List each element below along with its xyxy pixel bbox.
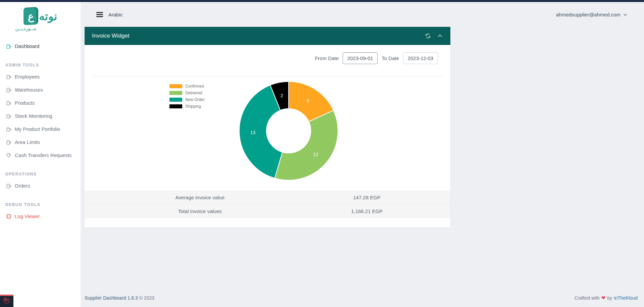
invoice-widget-body: From Date To Date ConfirmedDeliveredNew … [85, 45, 450, 227]
sidebar-nav: Dashboard ADMIN TOOLS Employees Warehous… [0, 38, 81, 223]
legend-item-confirmed[interactable]: Confirmed [169, 84, 205, 89]
legend-swatch [169, 84, 182, 88]
legend-label: New Order [185, 97, 205, 102]
main-area: Arabic ahmedsupplier@ahmed.com Invoice W… [81, 2, 644, 307]
logo-badge: ع [23, 7, 38, 25]
sidebar-item-my-product-portfolio[interactable]: My Product Portfolio [0, 122, 81, 136]
topbar: Arabic ahmedsupplier@ahmed.com [81, 2, 644, 27]
legend-label: Shipping [185, 104, 201, 109]
summary-table: Average invoice value 147.28 EGP Total i… [85, 191, 450, 218]
hamburger-menu-icon[interactable] [96, 12, 103, 17]
legend-swatch [169, 91, 182, 95]
mug-icon [6, 87, 11, 93]
mug-icon [6, 100, 11, 106]
sidebar-item-label: Orders [15, 183, 30, 189]
date-filter-row: From Date To Date [85, 45, 450, 64]
chart-legend: ConfirmedDeliveredNew OrderShipping [169, 84, 205, 109]
slice-value-label: 12 [313, 152, 318, 157]
sidebar-item-dashboard[interactable]: Dashboard [0, 40, 81, 53]
top-accent-bar [0, 0, 644, 2]
inthekloud-link[interactable]: inTheKloud [614, 295, 638, 301]
sidebar-item-label: Log Viewer [15, 213, 40, 219]
language-toggle[interactable]: Arabic [108, 12, 123, 17]
summary-label: Total invoice values [116, 208, 284, 214]
legend-label: Confirmed [185, 84, 204, 89]
mug-icon [6, 113, 11, 119]
section-title-debug-tools: DEBUG TOOLS [0, 202, 81, 207]
sidebar-item-stock-monitoring[interactable]: Stock Monitoring [0, 109, 81, 122]
legend-swatch [169, 98, 182, 102]
mug-icon [6, 140, 11, 145]
sidebar-item-label: My Product Portfolio [15, 126, 60, 132]
section-title-operations: OPERATIONS [0, 172, 81, 176]
debugbar-toggle[interactable] [0, 295, 13, 307]
sidebar-item-label: Warehouses [15, 87, 43, 93]
legend-swatch [169, 104, 182, 108]
sidebar-item-warehouses[interactable]: Warehouses [0, 83, 81, 96]
mug-icon [6, 74, 11, 80]
user-menu[interactable]: ahmedsupplier@ahmed.com [556, 11, 627, 17]
sidebar-item-employees[interactable]: Employees [0, 70, 81, 83]
summary-value: 147.28 EGP [284, 195, 451, 200]
legend-label: Delivered [185, 91, 202, 95]
sidebar-item-cash-transfers-requests[interactable]: Cash Transfers Requests [0, 149, 81, 162]
sidebar-item-orders[interactable]: Orders [0, 179, 81, 192]
sidebar: نوته ع مــورديــن Dashboard ADMIN TOOLS … [0, 2, 81, 307]
sidebar-item-label: Area Limits [15, 139, 40, 145]
collapse-chevron-up-icon[interactable] [437, 33, 443, 39]
footer-left: Supplier Dashboard 1.8.3 © 2023 [85, 295, 154, 301]
donut-chart: 612132 [237, 79, 341, 183]
tag-icon [6, 153, 11, 158]
widget-title: Invoice Widget [92, 33, 130, 39]
summary-value: 1,166.21 EGP [284, 208, 451, 214]
footer-right: Crafted with ❤ by inTheKloud [575, 295, 638, 301]
donut-slice-delivered [275, 110, 338, 180]
legend-item-delivered[interactable]: Delivered [169, 91, 205, 95]
section-title-admin-tools: ADMIN TOOLS [0, 63, 81, 67]
film-icon [6, 214, 11, 219]
mug-icon [6, 126, 11, 132]
slice-value-label: 13 [250, 130, 256, 135]
sidebar-item-area-limits[interactable]: Area Limits [0, 136, 81, 149]
chevron-down-icon [623, 11, 627, 17]
slice-value-label: 6 [307, 98, 309, 103]
app-logo[interactable]: نوته ع مــورديــن [0, 2, 81, 38]
invoice-widget-header: Invoice Widget [85, 27, 450, 45]
supplier-dashboard-link[interactable]: Supplier Dashboard 1.8.3 [85, 295, 138, 301]
footer: Supplier Dashboard 1.8.3 © 2023 Crafted … [81, 295, 644, 307]
invoice-widget-card: Invoice Widget From Date To Date [85, 27, 450, 227]
slice-value-label: 2 [281, 93, 283, 98]
from-date-input[interactable] [343, 52, 378, 64]
table-row: Average invoice value 147.28 EGP [85, 191, 450, 204]
to-date-input[interactable] [403, 52, 438, 64]
summary-label: Average invoice value [116, 195, 284, 200]
by-text: by [607, 295, 612, 301]
from-date-label: From Date [315, 55, 339, 61]
sidebar-item-label: Employees [15, 74, 40, 80]
legend-item-shipping[interactable]: Shipping [169, 104, 205, 109]
sidebar-item-log-viewer[interactable]: Log Viewer [0, 210, 81, 223]
to-date-label: To Date [382, 55, 399, 61]
copyright-text: © 2023 [139, 295, 154, 301]
sidebar-item-label: Stock Monitoring [15, 113, 52, 119]
heart-icon: ❤ [601, 295, 606, 301]
refresh-icon[interactable] [425, 33, 431, 39]
sidebar-item-label: Dashboard [15, 43, 39, 49]
laravel-icon [3, 297, 11, 306]
crafted-with-text: Crafted with [575, 295, 600, 301]
user-email: ahmedsupplier@ahmed.com [556, 12, 621, 17]
table-row: Total invoice values 1,166.21 EGP [85, 204, 450, 218]
sidebar-item-products[interactable]: Products [0, 96, 81, 109]
mug-icon [6, 183, 11, 189]
logo-arabic-text: نوته [39, 10, 57, 22]
legend-item-new-order[interactable]: New Order [169, 97, 205, 102]
sidebar-item-label: Products [15, 100, 35, 106]
logo-subtitle: مــورديــن [15, 25, 65, 32]
mug-icon [6, 44, 11, 49]
sidebar-item-label: Cash Transfers Requests [15, 152, 71, 158]
donut-chart-region: ConfirmedDeliveredNew OrderShipping 6121… [85, 76, 450, 191]
